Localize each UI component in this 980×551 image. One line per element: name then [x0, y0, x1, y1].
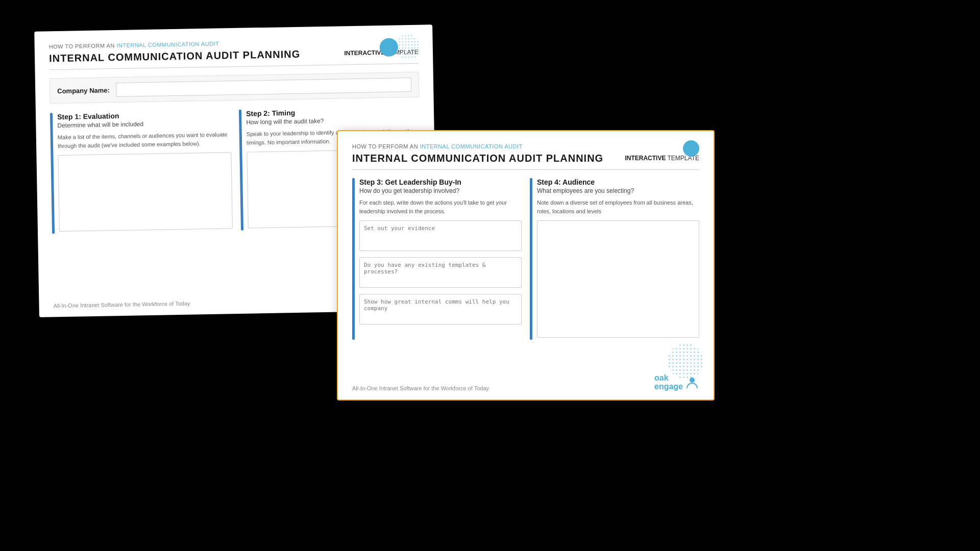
title-row-back: INTERNAL COMMUNICATION AUDIT PLANNING IN…	[49, 46, 419, 70]
footer-text-front: All-In-One Intranet Software for the Wor…	[352, 385, 489, 391]
logo-person-icon	[685, 375, 699, 389]
company-name-label: Company Name:	[57, 86, 110, 95]
card-footer-front: All-In-One Intranet Software for the Wor…	[352, 373, 699, 391]
step3-textarea3[interactable]	[359, 294, 522, 324]
steps-grid-front: Step 3: Get Leadership Buy-In How do you…	[352, 178, 699, 340]
company-name-row: Company Name:	[50, 72, 420, 104]
step1-block: Step 1: Evaluation Determine what will b…	[50, 110, 233, 234]
step3-block: Step 3: Get Leadership Buy-In How do you…	[352, 178, 522, 340]
step3-textarea2[interactable]	[359, 257, 522, 288]
deco-circles-back	[379, 34, 421, 60]
step4-subtitle: What employees are you selecting?	[537, 187, 699, 194]
step3-subtitle: How do you get leadership involved?	[359, 187, 522, 194]
logo-line1: oak	[654, 373, 683, 383]
company-name-input[interactable]	[116, 78, 412, 97]
deco-circle-front	[683, 140, 699, 157]
step4-title: Step 4: Audience	[537, 178, 699, 186]
front-card: HOW TO PERFORM AN INTERNAL COMMUNICATION…	[337, 130, 715, 400]
step4-block: Step 4: Audience What employees are you …	[530, 178, 699, 340]
footer-text-back: All-In-One Intranet Software for the Wor…	[53, 300, 190, 309]
dots-circle-back	[395, 34, 421, 60]
step3-description: For each step, write down the actions yo…	[359, 198, 522, 215]
supertitle-link-back[interactable]: INTERNAL COMMUNICATION AUDIT	[116, 41, 219, 49]
oak-engage-logo: oak engage	[654, 373, 699, 391]
step3-textarea1[interactable]	[359, 220, 522, 251]
logo-line2: engage	[654, 382, 683, 391]
card-title-back: INTERNAL COMMUNICATION AUDIT PLANNING	[49, 48, 300, 65]
step1-textarea[interactable]	[58, 152, 233, 232]
title-row-front: INTERNAL COMMUNICATION AUDIT PLANNING IN…	[352, 153, 699, 170]
step4-textarea[interactable]	[537, 220, 699, 338]
supertitle-link-front[interactable]: INTERNAL COMMUNICATION AUDIT	[420, 143, 523, 149]
supertitle-front: HOW TO PERFORM AN INTERNAL COMMUNICATION…	[352, 143, 699, 149]
logo-text: oak engage	[654, 373, 683, 391]
card-title-front: INTERNAL COMMUNICATION AUDIT PLANNING	[352, 153, 603, 164]
step4-description: Note down a diverse set of employees fro…	[537, 198, 699, 215]
step1-description: Make a list of the items, channels or au…	[58, 130, 232, 150]
step3-title: Step 3: Get Leadership Buy-In	[359, 178, 522, 186]
svg-point-0	[690, 378, 695, 383]
